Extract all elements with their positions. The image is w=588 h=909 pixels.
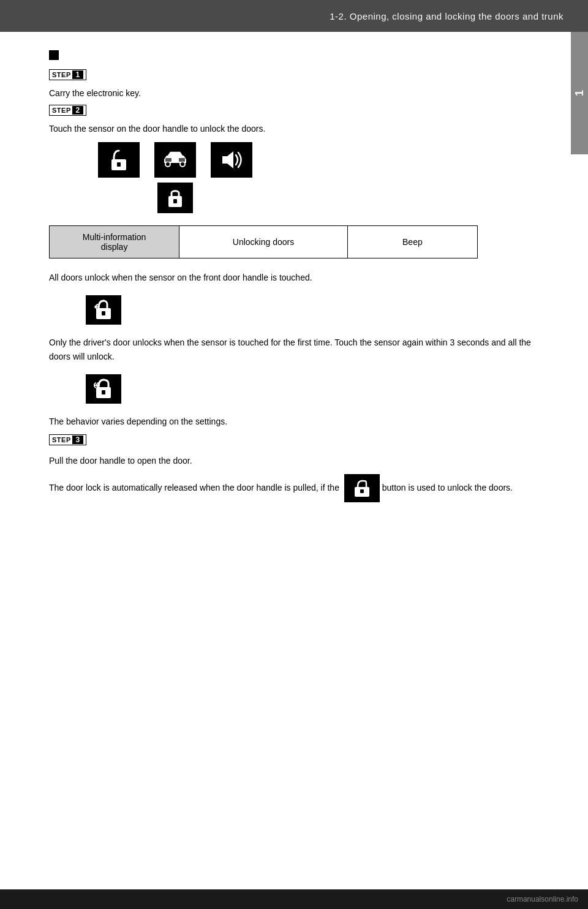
header-bar: 1-2. Opening, closing and locking the do…: [0, 0, 588, 32]
step3-badge: STEP 3: [49, 434, 86, 445]
unlock-desc2: Only the driver's door unlocks when the …: [49, 336, 533, 363]
step2-num: 2: [72, 106, 83, 115]
section-bullet: [49, 50, 59, 60]
horn-icon: [211, 142, 252, 178]
unlock-door-icon: [98, 142, 140, 178]
side-tab: 1: [571, 32, 588, 154]
step1-row: STEP 1: [49, 69, 533, 84]
step3-unlock-icon: [344, 474, 380, 502]
svg-rect-1: [117, 162, 121, 167]
step1-text: Carry the electronic key.: [49, 86, 533, 100]
step1-label: STEP: [52, 71, 71, 78]
step3-text1: Pull the door handle to open the door.: [49, 454, 533, 467]
svg-rect-11: [102, 311, 105, 315]
table-col2-text: Unlocking doors: [233, 237, 294, 247]
step3-row: STEP 3: [49, 434, 533, 449]
unlock-desc1: All doors unlock when the sensor on the …: [49, 271, 533, 284]
table-col1-text: Multi-informationdisplay: [83, 232, 146, 252]
side-tab-number: 1: [573, 90, 586, 96]
small-unlock-icon-2: [86, 374, 121, 404]
step3-label: STEP: [52, 436, 71, 443]
step3-text2: The door lock is automatically released …: [49, 474, 533, 502]
lock-icon: [157, 183, 193, 213]
table-row: Multi-informationdisplay Unlocking doors…: [50, 225, 478, 258]
footer: carmanualsonline.info: [0, 889, 588, 909]
car-icon: [154, 142, 196, 178]
svg-rect-14: [102, 390, 105, 394]
step3-num: 3: [72, 436, 83, 444]
icons-row: [98, 142, 533, 213]
icon-section-1: [86, 290, 533, 330]
step3-text-block: The door lock is automatically released …: [49, 474, 533, 508]
unlock-desc3: The behavior varies depending on the set…: [49, 415, 533, 428]
step2-row: STEP 2: [49, 105, 533, 119]
small-unlock-icon-1: [86, 295, 121, 325]
car-icon-column: [154, 142, 196, 213]
svg-rect-9: [222, 156, 227, 164]
main-content: STEP 1 Carry the electronic key. STEP 2 …: [0, 32, 570, 527]
table-col3: Beep: [347, 225, 477, 258]
info-table: Multi-informationdisplay Unlocking doors…: [49, 225, 478, 258]
table-col2: Unlocking doors: [179, 225, 348, 258]
footer-text: carmanualsonline.info: [507, 895, 578, 903]
step2-text: Touch the sensor on the door handle to u…: [49, 122, 533, 135]
svg-rect-18: [360, 489, 364, 493]
step1-badge: STEP 1: [49, 69, 86, 80]
svg-rect-4: [165, 158, 172, 162]
icon-section-2: [86, 369, 533, 409]
table-col1: Multi-informationdisplay: [50, 225, 179, 258]
step2-badge: STEP 2: [49, 105, 86, 116]
svg-point-3: [180, 162, 185, 167]
step3-section: STEP 3 Pull the door handle to open the …: [49, 434, 533, 508]
header-title: 1-2. Opening, closing and locking the do…: [330, 11, 564, 21]
table-col3-text: Beep: [402, 237, 423, 247]
svg-point-2: [165, 162, 170, 167]
svg-rect-7: [173, 199, 177, 203]
step3-content: The door lock is automatically released …: [49, 474, 533, 508]
svg-rect-5: [179, 158, 185, 162]
step1-num: 1: [72, 70, 83, 79]
step2-label: STEP: [52, 107, 71, 114]
